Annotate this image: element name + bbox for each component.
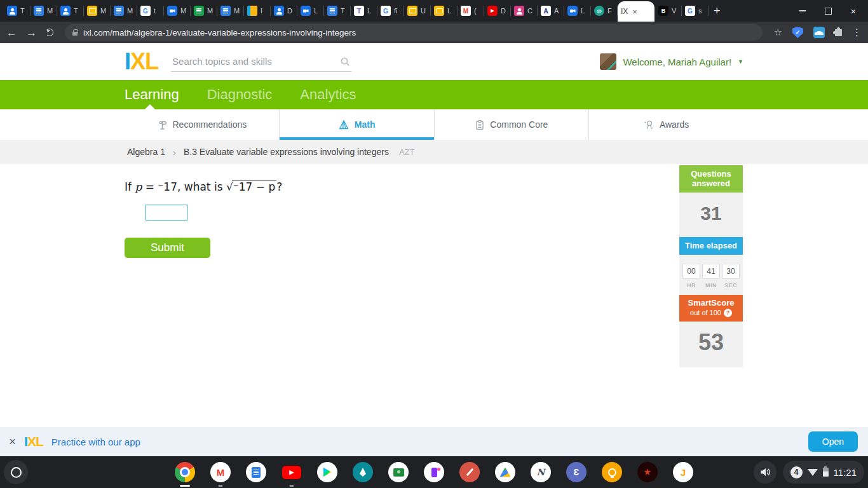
restore-button[interactable] bbox=[824, 6, 832, 15]
breadcrumb: Algebra 1 › B.3 Evaluate variable expres… bbox=[0, 140, 868, 164]
tab[interactable]: ▶D bbox=[484, 0, 510, 22]
tab-title: IX bbox=[621, 7, 628, 16]
questions-answered-value: 31 bbox=[679, 193, 743, 237]
browser-toolbar: ← → ixl.com/math/algebra-1/evaluate-vari… bbox=[0, 22, 868, 43]
tab[interactable]: Gt bbox=[137, 0, 163, 22]
answer-input[interactable] bbox=[146, 205, 187, 220]
tab[interactable]: T bbox=[4, 0, 30, 22]
timer-hr-box: 00 bbox=[682, 264, 700, 279]
open-app-button[interactable]: Open bbox=[808, 431, 858, 452]
shelf-apps bbox=[175, 462, 693, 482]
shelf-app-music-icon[interactable] bbox=[673, 462, 693, 482]
prodigy-favicon-icon: @ bbox=[594, 6, 604, 16]
address-bar[interactable]: ixl.com/math/algebra-1/evaluate-variable… bbox=[65, 24, 763, 41]
tab[interactable]: C bbox=[511, 0, 537, 22]
tab-close-icon[interactable]: × bbox=[632, 7, 637, 17]
shelf-app-game-icon[interactable] bbox=[637, 462, 658, 482]
submit-button[interactable]: Submit bbox=[125, 238, 210, 258]
bookmark-star-icon[interactable]: ☆ bbox=[774, 27, 782, 38]
tab[interactable]: @F bbox=[591, 0, 617, 22]
secondary-nav: Recommendations Math Common Core Awards bbox=[125, 109, 743, 140]
shelf-app-chrome-icon[interactable] bbox=[175, 462, 195, 482]
nav-diagnostic[interactable]: Diagnostic bbox=[207, 80, 273, 109]
volume-button[interactable] bbox=[754, 461, 776, 484]
shelf-app-classroom-icon[interactable] bbox=[388, 462, 409, 482]
tab[interactable]: L bbox=[564, 0, 590, 22]
tab[interactable]: T bbox=[57, 0, 83, 22]
launcher-button[interactable] bbox=[4, 460, 28, 484]
tab[interactable]: D bbox=[271, 0, 297, 22]
browser-menu-icon[interactable]: ⋮ bbox=[852, 27, 862, 38]
lock-icon[interactable] bbox=[72, 32, 78, 36]
tab[interactable]: U bbox=[404, 0, 430, 22]
tab[interactable]: L bbox=[431, 0, 457, 22]
tab[interactable]: M bbox=[111, 0, 137, 22]
tab[interactable]: AA bbox=[538, 0, 564, 22]
tab[interactable]: TL bbox=[351, 0, 377, 22]
banner-text: Practice with our app bbox=[51, 437, 140, 447]
ixl-logo[interactable]: IXL bbox=[125, 50, 158, 73]
nav-learning[interactable]: Learning bbox=[125, 80, 179, 109]
shelf-app-purple-app-icon[interactable] bbox=[424, 462, 444, 482]
tab[interactable]: I bbox=[244, 0, 270, 22]
adblock-extension-icon[interactable]: ✓ bbox=[792, 27, 803, 38]
back-icon[interactable]: ← bbox=[6, 27, 17, 38]
wifi-icon bbox=[808, 469, 818, 476]
extensions-puzzle-icon[interactable] bbox=[835, 29, 842, 36]
tab-title: T bbox=[20, 7, 25, 15]
contacts-favicon-icon bbox=[60, 6, 71, 16]
avatar bbox=[600, 53, 616, 70]
breadcrumb-skill: B.3 Evaluate variable expressions involv… bbox=[184, 147, 389, 157]
tab-math[interactable]: Math bbox=[279, 109, 434, 140]
shelf-app-youtube-icon[interactable] bbox=[281, 462, 302, 482]
tab[interactable]: M bbox=[191, 0, 217, 22]
search-icon[interactable] bbox=[340, 57, 350, 67]
tab-active[interactable]: IX× bbox=[618, 1, 654, 22]
tab[interactable]: BV bbox=[655, 0, 681, 22]
tab[interactable]: Gfi bbox=[377, 0, 403, 22]
new-tab-button[interactable]: + bbox=[714, 5, 721, 17]
math-prism-icon bbox=[338, 119, 349, 130]
shelf-app-docs-icon[interactable] bbox=[246, 462, 266, 482]
breadcrumb-category[interactable]: Algebra 1 bbox=[127, 147, 165, 157]
tab[interactable]: M bbox=[164, 0, 190, 22]
account-menu[interactable]: Welcome, Mariah Aguilar! ▼ bbox=[600, 53, 743, 70]
welcome-text: Welcome, Mariah Aguilar! bbox=[623, 57, 731, 67]
tab[interactable]: M bbox=[84, 0, 110, 22]
window-close-button[interactable]: × bbox=[849, 6, 858, 15]
smartscore-header: SmartScore out of 100? bbox=[679, 295, 743, 322]
shelf-app-drive-icon[interactable] bbox=[495, 462, 515, 482]
tab[interactable]: T bbox=[324, 0, 350, 22]
shelf-app-sketch-icon[interactable] bbox=[459, 462, 480, 482]
shelf-app-keep-icon[interactable] bbox=[602, 462, 622, 482]
shelf-app-edpuzzle-icon[interactable] bbox=[566, 462, 587, 482]
minimize-button[interactable] bbox=[798, 6, 807, 15]
smartscore-help-icon[interactable]: ? bbox=[724, 309, 732, 317]
battery-icon bbox=[823, 468, 829, 477]
nav-analytics[interactable]: Analytics bbox=[300, 80, 356, 109]
tab[interactable]: M( bbox=[458, 0, 484, 22]
banner-close-icon[interactable]: × bbox=[9, 435, 16, 449]
youtube-favicon-icon: ▶ bbox=[487, 6, 498, 16]
cloud-extension-icon[interactable] bbox=[813, 27, 825, 38]
tab-common-core[interactable]: Common Core bbox=[434, 109, 589, 140]
tab-recommendations[interactable]: Recommendations bbox=[125, 109, 279, 140]
tab[interactable]: M bbox=[217, 0, 243, 22]
tab-awards[interactable]: Awards bbox=[588, 109, 743, 140]
tab[interactable]: L bbox=[297, 0, 323, 22]
url-text[interactable]: ixl.com/math/algebra-1/evaluate-variable… bbox=[83, 28, 356, 37]
shelf-app-painter-icon[interactable] bbox=[353, 462, 373, 482]
shelf-app-gmail-icon[interactable] bbox=[210, 462, 231, 482]
tab[interactable]: M bbox=[31, 0, 57, 22]
tab-title: T bbox=[74, 7, 78, 15]
search-input[interactable] bbox=[171, 52, 351, 72]
tab-title: M bbox=[127, 7, 133, 15]
status-tray[interactable]: 4 11:21 bbox=[783, 461, 864, 484]
tab-title: L bbox=[447, 7, 451, 15]
forward-icon[interactable]: → bbox=[26, 27, 37, 38]
reload-icon[interactable] bbox=[46, 29, 53, 36]
shelf-app-play-store-icon[interactable] bbox=[317, 462, 337, 482]
tab[interactable]: Gs bbox=[682, 0, 708, 22]
signpost-icon bbox=[157, 119, 168, 130]
shelf-app-squid-icon[interactable] bbox=[531, 462, 551, 482]
